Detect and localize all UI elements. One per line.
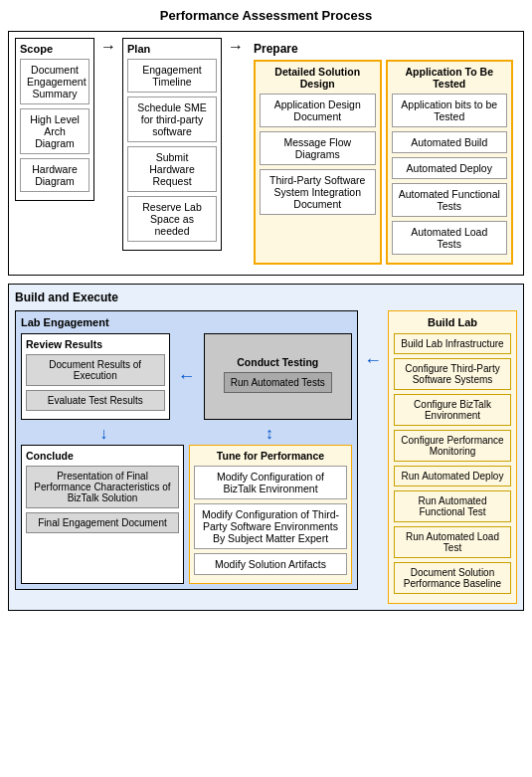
lab-top-row: Review Results Document Results of Execu… xyxy=(21,333,352,420)
app-item-3: Automated Functional Tests xyxy=(392,183,508,217)
down-arrow-left: ↓ xyxy=(21,425,187,443)
plan-item-1: Schedule SME for third-party software xyxy=(127,97,217,142)
conclude-item-0: Presentation of Final Performance Charac… xyxy=(26,466,179,508)
arrow-left-icon: ← xyxy=(178,366,196,387)
detailed-item-0: Application Design Document xyxy=(260,94,376,127)
detailed-design-col: Detailed Solution Design Application Des… xyxy=(254,60,382,265)
left-arrow-icon: ← xyxy=(364,350,382,371)
tune-performance: Tune for Performance Modify Configuratio… xyxy=(189,445,352,584)
build-item-5: Run Automated Functional Test xyxy=(394,490,511,522)
conduct-testing-label: Conduct Testing xyxy=(237,356,318,368)
app-tested-col: Application To Be Tested Application bit… xyxy=(386,60,514,265)
top-section: Scope Document Engagement Summary High L… xyxy=(8,31,524,276)
build-item-4: Run Automated Deploy xyxy=(394,466,511,486)
app-item-4: Automated Load Tests xyxy=(392,221,508,255)
scope-item-1: High Level Arch Diagram xyxy=(20,108,89,154)
tune-item-0: Modify Configuration of BizTalk Environm… xyxy=(194,466,347,499)
conclude-label: Conclude xyxy=(26,450,179,462)
review-conduct-arrows: ← xyxy=(175,333,199,420)
buildlab-arrow: ← xyxy=(364,310,382,371)
app-item-2: Automated Deploy xyxy=(392,157,508,179)
plan-item-0: Engagement Timeline xyxy=(127,59,217,93)
build-item-1: Configure Third-Party Software Systems xyxy=(394,358,511,390)
prepare-inner: Detailed Solution Design Application Des… xyxy=(254,60,513,265)
scope-item-2: Hardware Diagram xyxy=(20,158,89,192)
detailed-item-1: Message Flow Diagrams xyxy=(260,131,376,165)
build-item-6: Run Automated Load Test xyxy=(394,526,511,558)
bottom-row: Lab Engagement Review Results Document R… xyxy=(15,310,517,604)
vertical-arrows-row: ↓ ↕ xyxy=(21,425,352,443)
build-item-2: Configure BizTalk Environment xyxy=(394,394,511,426)
lab-engagement-label: Lab Engagement xyxy=(21,316,352,328)
app-tested-label: Application To Be Tested xyxy=(392,66,508,90)
plan-item-2: Submit Hardware Request xyxy=(127,146,217,192)
review-results: Review Results Document Results of Execu… xyxy=(21,333,170,420)
review-results-label: Review Results xyxy=(26,338,165,350)
page-title: Performance Assessment Process xyxy=(8,8,524,23)
prepare-label: Prepare xyxy=(254,42,513,56)
tune-item-1: Modify Configuration of Third-Party Soft… xyxy=(194,503,347,549)
tune-item-2: Modify Solution Artifacts xyxy=(194,553,347,575)
bottom-section-label: Build and Execute xyxy=(15,291,517,304)
tune-label: Tune for Performance xyxy=(194,450,347,462)
conclude-item-1: Final Engagement Document xyxy=(26,512,179,533)
review-item-1: Evaluate Test Results xyxy=(26,390,165,411)
arrow-scope-to-plan: → xyxy=(98,38,118,56)
conclude: Conclude Presentation of Final Performan… xyxy=(21,445,184,584)
build-lab: Build Lab Build Lab Infrastructure Confi… xyxy=(388,310,517,604)
bottom-section: Build and Execute Lab Engagement Review … xyxy=(8,284,524,611)
plan-column: Plan Engagement Timeline Schedule SME fo… xyxy=(122,38,222,251)
review-item-0: Document Results of Execution xyxy=(26,354,165,386)
detailed-design-label: Detailed Solution Design xyxy=(260,66,376,90)
scope-item-0: Document Engagement Summary xyxy=(20,59,89,104)
plan-label: Plan xyxy=(127,43,217,55)
app-item-1: Automated Build xyxy=(392,131,508,153)
scope-column: Scope Document Engagement Summary High L… xyxy=(15,38,94,201)
lab-bottom-row: Conclude Presentation of Final Performan… xyxy=(21,445,352,584)
app-item-0: Application bits to be Tested xyxy=(392,94,508,127)
conduct-item-0: Run Automated Tests xyxy=(224,372,332,393)
detailed-item-2: Third-Party Software System Integration … xyxy=(260,169,376,215)
scope-label: Scope xyxy=(20,43,89,55)
build-item-3: Configure Performance Monitoring xyxy=(394,430,511,462)
build-item-7: Document Solution Performance Baseline xyxy=(394,562,511,594)
build-lab-label: Build Lab xyxy=(394,316,511,328)
prepare-column: Prepare Detailed Solution Design Applica… xyxy=(250,38,517,269)
lab-engagement: Lab Engagement Review Results Document R… xyxy=(15,310,358,590)
arrow-plan-to-prepare: → xyxy=(226,38,246,56)
vertical-arrow-right: ↕ xyxy=(187,425,353,443)
plan-item-3: Reserve Lab Space as needed xyxy=(127,196,217,242)
conduct-testing: Conduct Testing Run Automated Tests xyxy=(204,333,353,420)
build-item-0: Build Lab Infrastructure xyxy=(394,333,511,354)
